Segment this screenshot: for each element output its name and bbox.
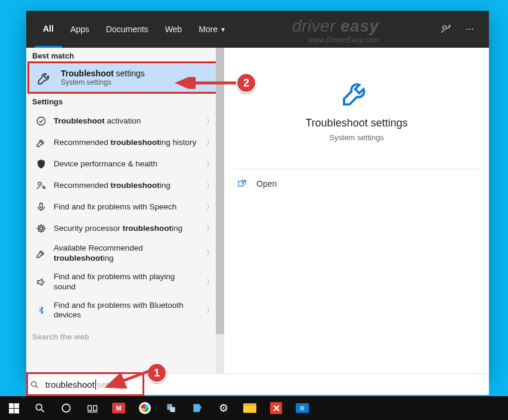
search-typed-text: troubleshoot	[45, 379, 96, 390]
section-settings: Settings	[26, 94, 224, 109]
search-header: All Apps Documents Web More ▼ ⋯	[26, 11, 489, 48]
best-match-title: Troubleshoot settings	[61, 69, 216, 78]
mic-icon	[35, 200, 48, 214]
wrench-icon	[35, 67, 55, 88]
preview-open-label: Open	[256, 179, 277, 189]
annotation-badge-2: 2	[236, 73, 256, 93]
svg-point-1	[37, 117, 45, 125]
taskbar-search-icon[interactable]	[27, 396, 52, 420]
chevron-right-icon: 〉	[206, 202, 216, 212]
tab-more-label: More	[199, 24, 218, 34]
svg-point-2	[38, 182, 41, 185]
settings-row-label: Recommended troubleshooting history	[54, 138, 200, 148]
chip-icon	[35, 222, 48, 235]
chevron-right-icon: 〉	[206, 224, 216, 234]
ellipsis-icon[interactable]: ⋯	[459, 18, 481, 40]
taskbar-slack-icon[interactable]	[132, 396, 157, 420]
taskbar-gmail-icon[interactable]: M	[106, 396, 131, 420]
feedback-icon[interactable]	[435, 18, 457, 40]
scrollbar[interactable]	[216, 48, 224, 375]
svg-rect-11	[94, 406, 97, 410]
taskbar: M ⚙ ✕ ⊞	[0, 396, 508, 420]
settings-row-label: Device performance & health	[54, 159, 200, 169]
chevron-right-icon: 〉	[206, 116, 216, 126]
settings-row[interactable]: Recommended troubleshooting〉	[29, 175, 222, 196]
svg-point-9	[62, 404, 70, 412]
svg-point-8	[36, 404, 42, 410]
annotation-badge-1: 1	[147, 363, 167, 383]
svg-rect-4	[39, 226, 44, 231]
tab-more[interactable]: More ▼	[190, 11, 234, 48]
svg-rect-13	[170, 407, 175, 412]
search-input[interactable]: troubleshoot settings	[26, 373, 489, 395]
scroll-thumb[interactable]	[216, 48, 224, 334]
wrench-icon	[35, 136, 48, 149]
settings-row[interactable]: Recommended troubleshooting history〉	[29, 132, 222, 153]
taskbar-app-icon-2[interactable]	[185, 396, 210, 420]
cortana-icon[interactable]	[54, 396, 79, 420]
taskbar-app-icon-1[interactable]	[159, 396, 184, 420]
search-autocomplete-hint: settings	[97, 379, 128, 390]
search-icon	[30, 380, 45, 390]
settings-row[interactable]: Available Recommended troubleshooting〉	[29, 240, 222, 267]
speaker-icon	[35, 276, 48, 289]
chevron-right-icon: 〉	[206, 138, 216, 148]
taskbar-settings-icon[interactable]: ⚙	[211, 396, 236, 420]
start-button[interactable]	[1, 396, 26, 420]
check-circle-icon	[35, 115, 48, 128]
tab-apps[interactable]: Apps	[62, 11, 98, 48]
settings-row-label: Available Recommended troubleshooting	[54, 243, 200, 264]
best-match-subtitle: System settings	[61, 78, 216, 87]
settings-row[interactable]: Security processor troubleshooting〉	[29, 218, 222, 239]
chevron-down-icon: ▼	[220, 26, 226, 33]
settings-row-label: Troubleshoot activation	[54, 116, 200, 126]
settings-row-label: Find and fix problems with Speech	[54, 202, 200, 212]
chevron-right-icon: 〉	[206, 159, 216, 169]
svg-rect-3	[40, 203, 43, 208]
settings-row-label: Security processor troubleshooting	[54, 224, 200, 234]
section-best-match: Best match	[26, 48, 224, 63]
settings-row-label: Find and fix problems with Bluetooth dev…	[54, 301, 200, 321]
chevron-right-icon: 〉	[206, 277, 216, 287]
bluetooth-icon	[35, 304, 48, 317]
wrench-icon	[340, 75, 373, 109]
shield-icon	[35, 158, 48, 171]
svg-point-7	[32, 381, 36, 386]
tab-all[interactable]: All	[35, 11, 62, 48]
settings-row[interactable]: Find and fix problems with playing sound…	[29, 268, 222, 296]
best-match-item[interactable]: Troubleshoot settings System settings	[29, 63, 222, 92]
chevron-right-icon: 〉	[206, 248, 216, 258]
preview-title: Troubleshoot settings	[305, 117, 407, 129]
taskbar-app-icon-3[interactable]: ✕	[264, 396, 289, 420]
settings-row-label: Find and fix problems with playing sound	[54, 272, 200, 292]
preview-pane: Troubleshoot settings System settings Op…	[224, 48, 489, 375]
settings-row[interactable]: Device performance & health〉	[29, 154, 222, 174]
section-search-web: Search the web	[26, 329, 224, 344]
preview-header: Troubleshoot settings System settings	[233, 48, 481, 169]
search-panel: All Apps Documents Web More ▼ ⋯ Best mat…	[26, 11, 489, 375]
tab-web[interactable]: Web	[157, 11, 191, 48]
person-wrench-icon	[35, 179, 48, 192]
settings-row[interactable]: Find and fix problems with Speech〉	[29, 197, 222, 217]
best-match-text: Troubleshoot settings System settings	[61, 69, 216, 87]
wrench-icon	[35, 247, 48, 260]
taskbar-app-icon-4[interactable]: ⊞	[290, 396, 315, 420]
results-list: Best match Troubleshoot settings System …	[26, 48, 224, 375]
svg-rect-5	[40, 227, 43, 230]
settings-row[interactable]: Troubleshoot activation〉	[29, 111, 222, 131]
preview-open[interactable]: Open	[224, 169, 489, 198]
tab-documents[interactable]: Documents	[98, 11, 157, 48]
chevron-right-icon: 〉	[206, 181, 216, 191]
svg-point-0	[443, 26, 447, 29]
settings-row-label: Recommended troubleshooting	[54, 181, 200, 191]
panel-body: Best match Troubleshoot settings System …	[26, 48, 489, 375]
svg-rect-10	[88, 406, 92, 410]
task-view-icon[interactable]	[80, 396, 105, 420]
taskbar-explorer-icon[interactable]	[237, 396, 262, 420]
preview-subtitle: System settings	[329, 133, 384, 142]
chevron-right-icon: 〉	[206, 305, 216, 316]
settings-row[interactable]: Find and fix problems with Bluetooth dev…	[29, 297, 222, 325]
open-icon	[237, 179, 248, 189]
